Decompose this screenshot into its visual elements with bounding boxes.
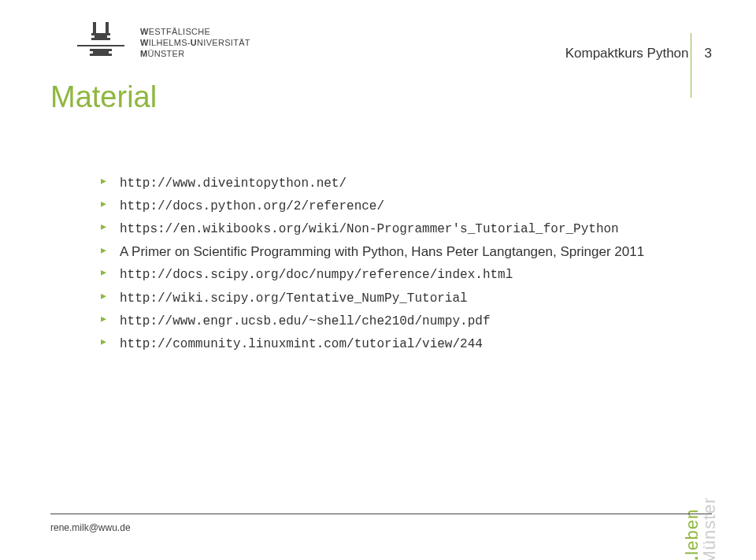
svg-rect-7: [93, 51, 109, 54]
wwu-logo-icon: [77, 22, 124, 61]
bullet-text: http://docs.python.org/2/reference/: [120, 199, 384, 213]
svg-rect-4: [94, 35, 107, 38]
bullet-text: http://www.diveintopython.net/: [120, 176, 346, 191]
uni-line2b-bold: U: [191, 38, 197, 47]
svg-rect-5: [91, 38, 110, 40]
svg-rect-8: [90, 54, 112, 56]
bullet-item: http://www.diveintopython.net/: [101, 172, 662, 195]
course-title: Kompaktkurs Python: [565, 46, 689, 61]
footer-divider: [50, 514, 712, 514]
slide-title: Material: [50, 80, 157, 114]
bullet-text: http://community.linuxmint.com/tutorial/…: [120, 337, 483, 351]
bullet-text: A Primer on Scientific Programming with …: [120, 244, 644, 259]
bullet-item: A Primer on Scientific Programming with …: [101, 241, 662, 264]
bullet-item: http://www.engr.ucsb.edu/~shell/che210d/…: [101, 310, 662, 332]
bullet-item: http://community.linuxmint.com/tutorial/…: [101, 332, 662, 355]
uni-line2-bold: W: [140, 38, 149, 47]
uni-line2-rest: ILHELMS-: [149, 38, 191, 47]
bullet-text: http://docs.scipy.org/doc/numpy/referenc…: [120, 268, 513, 282]
sidebar-motto: wissen.leben WWU Münster: [682, 497, 720, 560]
uni-line3-rest: ÜNSTER: [147, 49, 184, 58]
uni-line2b-rest: NIVERSITÄT: [197, 38, 250, 47]
slide-header: WESTFÄLISCHE WILHELMS-UNIVERSITÄT MÜNSTE…: [0, 22, 756, 77]
content-area: http://www.diveintopython.net/http://doc…: [101, 172, 662, 355]
bullet-text: https://en.wikibooks.org/wiki/Non-Progra…: [120, 222, 619, 236]
header-divider: [691, 33, 691, 98]
uni-line1-rest: ESTFÄLISCHE: [149, 27, 211, 36]
university-name: WESTFÄLISCHE WILHELMS-UNIVERSITÄT MÜNSTE…: [140, 27, 250, 59]
bullet-item: http://wiki.scipy.org/Tentative_NumPy_Tu…: [101, 287, 662, 310]
svg-rect-2: [106, 22, 109, 33]
svg-rect-3: [91, 33, 110, 35]
svg-rect-6: [90, 49, 112, 51]
bullet-item: http://docs.scipy.org/doc/numpy/referenc…: [101, 263, 662, 286]
bullet-list: http://www.diveintopython.net/http://doc…: [101, 172, 662, 355]
uni-line1-bold: W: [140, 27, 149, 36]
bullet-text: http://www.engr.ucsb.edu/~shell/che210d/…: [120, 314, 490, 328]
page-number: 3: [705, 46, 712, 61]
university-logo-block: WESTFÄLISCHE WILHELMS-UNIVERSITÄT MÜNSTE…: [77, 22, 250, 61]
bullet-text: http://wiki.scipy.org/Tentative_NumPy_Tu…: [120, 291, 468, 306]
bullet-item: https://en.wikibooks.org/wiki/Non-Progra…: [101, 217, 662, 240]
footer-email: rene.milk@wwu.de: [50, 522, 131, 533]
svg-rect-1: [93, 22, 96, 33]
motto-wwu: WWU Münster: [699, 497, 720, 560]
bullet-item: http://docs.python.org/2/reference/: [101, 195, 662, 217]
